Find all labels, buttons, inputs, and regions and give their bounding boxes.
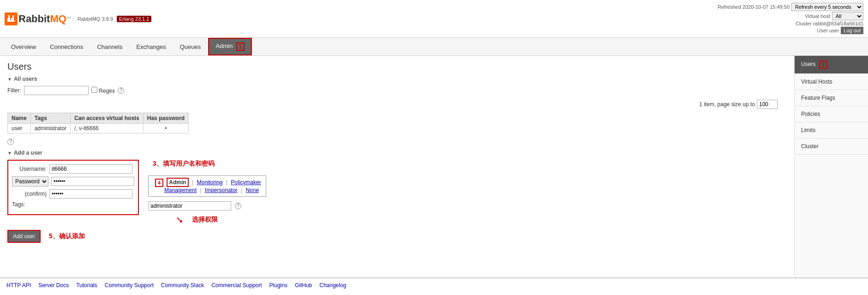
page-title: Users	[7, 61, 787, 72]
triangle-icon: ▼	[7, 77, 12, 82]
add-user-section-header[interactable]: ▼ Add a user	[7, 150, 787, 156]
user-password-cell: •	[143, 124, 188, 133]
filter-help-icon[interactable]: ?	[118, 87, 124, 94]
password-row: Password Hashed	[12, 176, 134, 187]
nav-channels[interactable]: Channels	[90, 40, 129, 54]
tag-admin[interactable]: Admin	[167, 178, 188, 187]
footer-changelog[interactable]: Changelog	[319, 282, 346, 289]
tag-impersonator[interactable]: Impersonator	[205, 187, 238, 193]
tags-value-input[interactable]	[148, 201, 231, 211]
virtual-host-select[interactable]: All / v-lt6666	[832, 12, 863, 20]
page-layout: Users ▼ All users Filter: Regex ? 1 item…	[0, 56, 868, 277]
sidebar-item-cluster[interactable]: Cluster	[795, 138, 868, 155]
filter-label: Filter:	[7, 87, 21, 94]
svg-rect-2	[8, 15, 10, 18]
user-label: User user	[817, 28, 839, 33]
tag-management[interactable]: Management	[164, 187, 197, 193]
password-type-select[interactable]: Password Hashed	[12, 176, 48, 187]
password-input[interactable]	[51, 177, 134, 186]
col-password: Has password	[143, 113, 188, 124]
tag-policymaker[interactable]: Policymaker	[231, 179, 261, 186]
cluster-label: Cluster rabbit@83af18a561d1	[796, 21, 863, 26]
footer-server-docs[interactable]: Server Docs	[38, 282, 69, 289]
user-line: User user Log out	[718, 27, 863, 34]
sidebar-item-feature-flags[interactable]: Feature Flags	[795, 90, 868, 106]
sidebar-item-policies[interactable]: Policies	[795, 106, 868, 122]
logo-icon	[5, 12, 18, 25]
pagination-row: 1 item, page size up to	[7, 100, 787, 109]
rabbitmq-version: RabbitMQ 3.8.9	[78, 16, 113, 22]
tags-input-row: ?	[148, 201, 266, 211]
page-size-input[interactable]	[757, 100, 778, 109]
annotation-badge-1: 1	[236, 42, 245, 51]
top-header: RabbitMQ™ RabbitMQ 3.8.9 Erlang 23.1.1 R…	[0, 0, 868, 38]
logout-button[interactable]: Log out	[841, 27, 863, 34]
username-row: Username:	[12, 164, 134, 174]
annotations-area: 3、填写用户名和密码 4 Admin | Monitoring | Policy…	[148, 160, 266, 225]
refresh-line: Refreshed 2020-10-07 15:49:50 Refresh ev…	[718, 3, 863, 11]
logo-area: RabbitMQ™ RabbitMQ 3.8.9 Erlang 23.1.1	[5, 12, 151, 25]
username-input[interactable]	[49, 164, 132, 174]
filter-row: Filter: Regex ?	[7, 86, 787, 95]
footer-plugins[interactable]: Plugins	[269, 282, 287, 289]
filter-input[interactable]	[24, 86, 89, 95]
logo: RabbitMQ™	[5, 12, 71, 25]
users-table: Name Tags Can access virtual hosts Has p…	[7, 113, 189, 133]
tag-management-wrap: Management | Impersonator | None	[164, 187, 259, 193]
user-name-cell: user	[8, 124, 31, 133]
footer-community-support[interactable]: Community Support	[105, 282, 154, 289]
sidebar-item-users[interactable]: Users 2	[795, 56, 868, 74]
table-row: user administrator /, v-lt6666 •	[8, 124, 189, 133]
col-vhosts: Can access virtual hosts	[71, 113, 144, 124]
footer-tutorials[interactable]: Tutorials	[76, 282, 97, 289]
confirm-label: (confirm)	[12, 191, 47, 197]
footer-commercial-support[interactable]: Commercial Support	[211, 282, 262, 289]
erlang-version: Erlang 23.1.1	[117, 16, 151, 22]
footer-github[interactable]: GitHub	[295, 282, 312, 289]
tags-popup: 4 Admin | Monitoring | Policymaker Manag…	[148, 175, 266, 197]
add-user-triangle: ▼	[7, 151, 12, 156]
annotation-5: 5、确认添加	[49, 232, 85, 241]
footer-community-slack[interactable]: Community Slack	[161, 282, 204, 289]
refresh-select[interactable]: Refresh every 5 seconds Refresh every 10…	[791, 3, 863, 11]
confirm-input[interactable]	[49, 189, 132, 199]
tags-help-icon[interactable]: ?	[235, 203, 241, 209]
nav-overview[interactable]: Overview	[5, 40, 42, 54]
footer-http-api[interactable]: HTTP API	[6, 282, 31, 289]
confirm-row: (confirm)	[12, 189, 134, 199]
svg-rect-3	[12, 15, 14, 18]
add-user-button[interactable]: Add user	[7, 230, 41, 243]
tags-label: Tags:	[12, 201, 25, 208]
user-vhosts-cell: /, v-lt6666	[71, 124, 144, 133]
col-tags: Tags	[30, 113, 70, 124]
sep1: |	[192, 179, 193, 186]
table-help-icon[interactable]: ?	[7, 138, 14, 145]
footer: HTTP API Server Docs Tutorials Community…	[0, 277, 868, 292]
virtual-host-line: Virtual host All / v-lt6666	[718, 12, 863, 20]
annotation-badge-4: 4	[155, 179, 163, 187]
add-user-button-row: Add user 5、确认添加	[7, 230, 787, 243]
add-user-section: ▼ Add a user Username: Password Hashed	[7, 150, 787, 243]
nav-connections[interactable]: Connections	[43, 40, 90, 54]
tag-monitoring[interactable]: Monitoring	[197, 179, 223, 186]
main-nav: Overview Connections Channels Exchanges …	[0, 38, 868, 56]
add-user-label: Add a user	[14, 150, 42, 156]
top-right-info: Refreshed 2020-10-07 15:49:50 Refresh ev…	[718, 3, 863, 35]
nav-admin[interactable]: Admin 1	[208, 38, 251, 55]
all-users-section[interactable]: ▼ All users	[7, 76, 787, 82]
regex-label[interactable]: Regex	[91, 87, 115, 94]
arrow-icon: ➘	[176, 214, 184, 225]
pagination-text: 1 item, page size up to	[699, 101, 755, 108]
regex-checkbox[interactable]	[91, 87, 97, 93]
nav-queues[interactable]: Queues	[174, 40, 208, 54]
sep3: |	[200, 187, 201, 193]
tag-none[interactable]: None	[245, 187, 259, 193]
annotation-choose: 选择权限	[192, 216, 218, 224]
sidebar-item-limits[interactable]: Limits	[795, 122, 868, 138]
col-name: Name	[8, 113, 31, 124]
add-user-form: Username: Password Hashed (confirm)	[7, 160, 139, 215]
nav-exchanges[interactable]: Exchanges	[130, 40, 172, 54]
user-tags-cell: administrator	[30, 124, 70, 133]
sidebar-item-virtual-hosts[interactable]: Virtual Hosts	[795, 74, 868, 90]
sep4: |	[241, 187, 242, 193]
